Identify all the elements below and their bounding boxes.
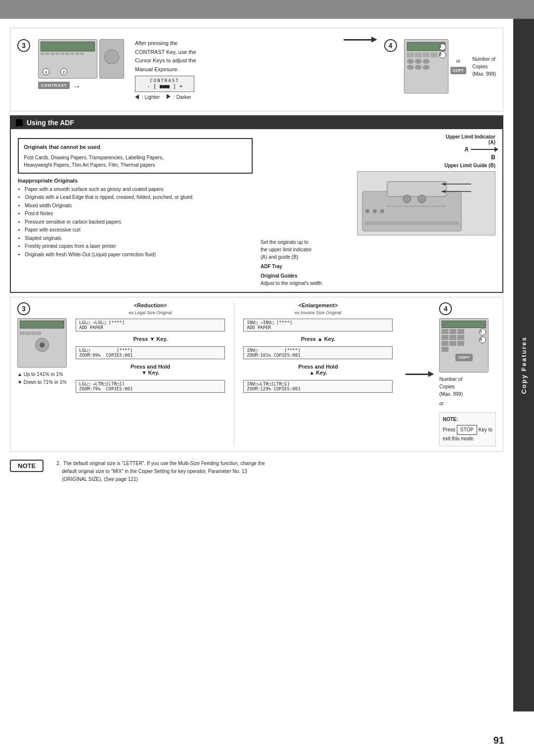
darker-icon-spacer bbox=[167, 94, 171, 100]
lighter-darker-row: : Lighter : Darker bbox=[135, 94, 328, 100]
zoom-copies-label: Number ofCopies(Max. 999) bbox=[439, 376, 463, 398]
step3-area: 3 1 2 bbox=[17, 39, 124, 93]
step4-area: 4 1 bbox=[384, 39, 496, 94]
step3-devices: 1 2 bbox=[38, 39, 124, 79]
zoom-copy-button: COPY bbox=[455, 354, 473, 361]
adf-right-col: Upper Limit Indicator (A) A B Uppe bbox=[261, 134, 495, 287]
step4-circles: 1 2 bbox=[439, 44, 446, 58]
step4-btns bbox=[407, 59, 445, 70]
svg-point-11 bbox=[373, 209, 377, 213]
reduction-code2: LGL□ [****] ZOOM:99% COPIES:001 bbox=[76, 346, 225, 359]
zoom-keys bbox=[18, 331, 66, 336]
adjust-text: Adjust to the original's width. bbox=[261, 280, 495, 287]
adf-two-col: Originals that cannot be used Post Cards… bbox=[18, 134, 495, 287]
right-tab-label: Copy Features bbox=[520, 336, 528, 394]
lighter-label: : Lighter bbox=[142, 94, 160, 100]
zoom-left-device: ⊕ ☞ bbox=[17, 318, 67, 368]
step3-content: 1 2 CONTRAST → bbox=[38, 39, 124, 93]
or-label-top: or bbox=[456, 58, 460, 64]
svg-point-12 bbox=[380, 209, 384, 213]
enlargement-code2: INV□ [****] ZOOM:101% COPIES:001 bbox=[243, 346, 393, 359]
step4-or-copy: or COPY bbox=[450, 39, 467, 94]
inappropriate-item: Originals with fresh White-Out (Liquid p… bbox=[25, 251, 253, 259]
adf-diagram bbox=[357, 171, 495, 236]
adf-tray-label: ADF Tray bbox=[261, 263, 495, 270]
svg-point-3 bbox=[418, 195, 426, 203]
inappropriate-title: Inappropriate Originals bbox=[18, 178, 253, 184]
step3-number: 3 bbox=[17, 39, 30, 52]
press-down-label: Press ▼ Key. bbox=[133, 336, 167, 342]
zoom-divider bbox=[234, 302, 234, 446]
label-a: A bbox=[464, 146, 469, 153]
arrow-line bbox=[344, 39, 373, 41]
originals-cannot-title: Originals that cannot be used bbox=[24, 143, 247, 152]
zoom-step3-num: 3 bbox=[17, 302, 30, 315]
note-text: 2. The default original size is "LETTER"… bbox=[56, 460, 265, 483]
inappropriate-section: Inappropriate Originals Paper with a smo… bbox=[18, 178, 253, 259]
reduction-code3: LGL□ →LTR□[LTR□1] ZOOM:79% COPIES:001 bbox=[76, 380, 225, 393]
inappropriate-item: Mixed width Originals bbox=[25, 202, 253, 210]
inappropriate-item: Freshly printed copies from a laser prin… bbox=[25, 242, 253, 251]
zoom-r-circles: 1 2 bbox=[479, 329, 486, 343]
zoom-step3-area: 3 ⊕ ☞ ▲ Up to 141% in 1% ▼ Down to 71% i… bbox=[17, 302, 67, 386]
adf-heading: Using the ADF bbox=[27, 119, 74, 127]
inappropriate-item: Stapled originals bbox=[25, 235, 253, 243]
zoom-step-arrow bbox=[401, 374, 434, 375]
zoom-step4-num: 4 bbox=[439, 302, 452, 315]
contrast-key-label: CONTRAST bbox=[38, 82, 70, 89]
adf-content: Originals that cannot be used Post Cards… bbox=[11, 129, 502, 292]
step4-machine: 1 2 bbox=[404, 39, 448, 94]
adf-labels-bottom: Set the originals up tothe upper limit i… bbox=[261, 238, 495, 287]
step3-device2 bbox=[99, 39, 124, 79]
step-arrow bbox=[339, 39, 378, 41]
zoom-r-screen bbox=[442, 321, 486, 328]
ab-labels: A bbox=[464, 146, 495, 153]
adf-header: Using the ADF bbox=[11, 116, 502, 129]
enlargement-code3: INV□→LTR□[LTR□1] ZOOM:129% COPIES:001 bbox=[243, 380, 393, 393]
down-to-label: ▼ Down to 71% in 1% bbox=[17, 378, 67, 386]
zoom-main-row: 3 ⊕ ☞ ▲ Up to 141% in 1% ▼ Down to 71% i… bbox=[17, 302, 496, 446]
inappropriate-item: Post-it Notes bbox=[25, 210, 253, 218]
darker-icon bbox=[167, 94, 171, 99]
svg-rect-1 bbox=[387, 182, 446, 196]
zoom-note-stop-text: Press STOP Key toexit this mode. bbox=[443, 425, 492, 443]
up-to-label: ▲ Up to 141% in 1% bbox=[17, 371, 67, 378]
label-a-arrow bbox=[494, 147, 498, 152]
adf-svg bbox=[357, 172, 495, 236]
zoom-hand: ☞ bbox=[61, 321, 64, 325]
contrast-key-row: CONTRAST → bbox=[38, 82, 81, 91]
zoom-note-label: NOTE: bbox=[443, 416, 492, 424]
step-row-top: 3 1 2 bbox=[17, 34, 496, 105]
original-guides-label: Original Guides bbox=[261, 272, 495, 280]
note-section: NOTE 2. The default original size is "LE… bbox=[10, 456, 503, 487]
instruction-text: After pressing the CONTRAST Key, use the… bbox=[135, 39, 328, 74]
press-hold-down-label: Press and Hold▼ Key. bbox=[131, 364, 170, 376]
set-originals-text: Set the originals up tothe upper limit i… bbox=[261, 238, 495, 261]
instruction-area: After pressing the CONTRAST Key, use the… bbox=[130, 39, 333, 100]
inappropriate-item: Paper with excessive curl bbox=[25, 226, 253, 235]
zoom-enlargement-col: <Enlargement> ex.Invoice Size Original I… bbox=[239, 302, 397, 393]
zoom-arrow-line bbox=[405, 374, 430, 375]
copies-label-top: Number ofCopies(Max. 999) bbox=[472, 55, 496, 78]
adf-left-col: Originals that cannot be used Post Cards… bbox=[18, 134, 253, 287]
zoom-right-device: 1 2 COPY bbox=[439, 318, 489, 373]
zoom-note-area: NOTE: Press STOP Key toexit this mode. bbox=[439, 412, 496, 446]
inappropriate-item: Pressure sensitive or carbon backed pape… bbox=[25, 218, 253, 227]
originals-box: Originals that cannot be used Post Cards… bbox=[18, 138, 253, 174]
press-hold-up-row: Press and Hold▲ Key. bbox=[243, 364, 393, 376]
black-square-icon bbox=[16, 119, 23, 126]
copy-button: COPY bbox=[450, 67, 467, 74]
step4-content: 1 2 bbox=[404, 39, 496, 94]
note-box-label: NOTE bbox=[10, 460, 44, 472]
svg-point-2 bbox=[403, 195, 411, 203]
top-bar bbox=[0, 0, 534, 19]
enlargement-subtitle: ex.Invoice Size Original bbox=[243, 310, 393, 315]
press-up-key-row: Press ▲ Key. bbox=[243, 336, 393, 342]
cursor-circle: ⊕ bbox=[35, 338, 49, 352]
zoom-cursor: ⊕ bbox=[18, 338, 66, 352]
zoom-pct-labels: ▲ Up to 141% in 1% ▼ Down to 71% in 1% bbox=[17, 371, 67, 386]
enlargement-title: <Enlargement> bbox=[243, 302, 393, 308]
display-line1: CONTRAST bbox=[140, 78, 189, 83]
contrast-section: 3 1 2 bbox=[10, 28, 503, 111]
adf-section: Using the ADF Originals that cannot be u… bbox=[10, 115, 503, 293]
